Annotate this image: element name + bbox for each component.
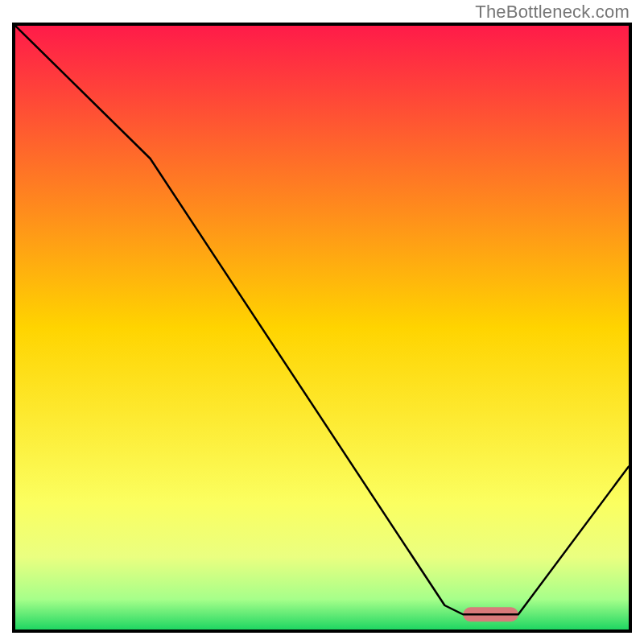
watermark-text: TheBottleneck.com [475, 2, 630, 23]
plot-area [12, 23, 632, 633]
chart-svg [15, 26, 629, 630]
chart-frame: TheBottleneck.com [0, 0, 644, 644]
